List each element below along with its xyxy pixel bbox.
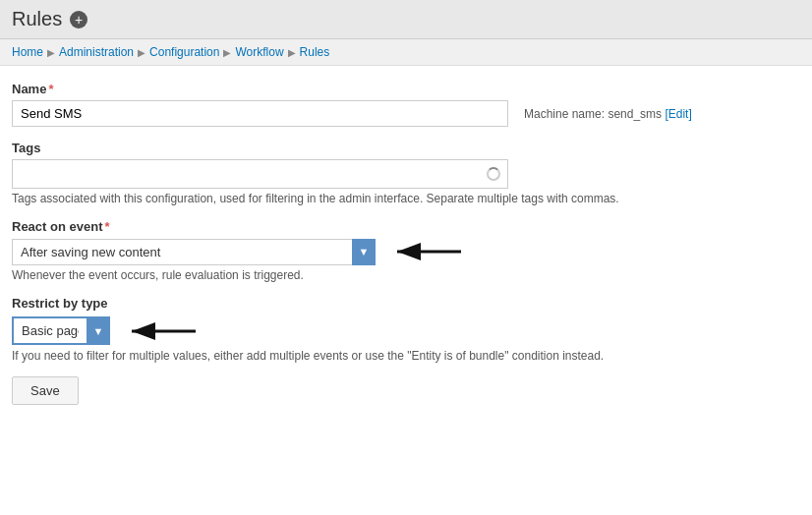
react-on-event-label: React on event*	[12, 219, 800, 234]
react-arrow-annotation	[387, 238, 466, 265]
tags-field-group: Tags Tags associated with this configura…	[12, 141, 800, 205]
tags-input-wrapper	[12, 159, 508, 189]
restrict-description: If you need to filter for multiple value…	[12, 349, 800, 363]
name-required-star: *	[48, 82, 53, 96]
react-on-event-field-group: React on event* After saving new content…	[12, 219, 800, 282]
save-button[interactable]: Save	[12, 376, 79, 405]
breadcrumb-configuration[interactable]: Configuration	[149, 45, 219, 59]
react-on-event-select[interactable]: After saving new content Before saving c…	[12, 239, 376, 265]
machine-name-edit-link[interactable]: [Edit]	[665, 107, 691, 121]
page-header: Rules +	[0, 0, 812, 39]
tags-spinner-icon	[487, 167, 500, 181]
name-label: Name*	[12, 82, 800, 96]
machine-name-display: Machine name: send_sms [Edit]	[524, 107, 692, 121]
breadcrumb-home[interactable]: Home	[12, 45, 43, 59]
react-required-star: *	[104, 219, 109, 234]
breadcrumb-administration[interactable]: Administration	[59, 45, 134, 59]
breadcrumb-arrow-3: ▶	[223, 47, 231, 58]
main-content: Name* Machine name: send_sms [Edit] Tags…	[0, 66, 812, 421]
page-title: Rules	[12, 8, 62, 30]
restrict-arrow-annotation	[122, 317, 201, 345]
restrict-select-row: Basic page Article Page ▼	[12, 316, 800, 345]
restrict-by-type-select[interactable]: Basic page Article Page	[12, 316, 110, 345]
breadcrumb: Home ▶ Administration ▶ Configuration ▶ …	[0, 39, 812, 66]
restrict-by-type-label: Restrict by type	[12, 296, 800, 311]
save-button-wrapper: Save	[12, 376, 800, 405]
breadcrumb-arrow-1: ▶	[47, 47, 55, 58]
react-select-row: After saving new content Before saving c…	[12, 238, 800, 265]
react-select-wrapper: After saving new content Before saving c…	[12, 239, 376, 265]
name-input[interactable]	[12, 100, 508, 127]
breadcrumb-workflow[interactable]: Workflow	[235, 45, 283, 59]
restrict-select-wrapper: Basic page Article Page ▼	[12, 316, 110, 345]
tags-label: Tags	[12, 141, 800, 155]
tags-description: Tags associated with this configuration,…	[12, 192, 800, 205]
breadcrumb-arrow-2: ▶	[138, 47, 145, 58]
tags-input[interactable]	[12, 159, 508, 189]
breadcrumb-rules[interactable]: Rules	[300, 45, 330, 59]
add-rule-button[interactable]: +	[70, 11, 87, 29]
breadcrumb-arrow-4: ▶	[288, 47, 296, 58]
name-field-group: Name* Machine name: send_sms [Edit]	[12, 82, 800, 127]
react-description: Whenever the event occurs, rule evaluati…	[12, 268, 800, 282]
restrict-by-type-field-group: Restrict by type Basic page Article Page…	[12, 296, 800, 363]
